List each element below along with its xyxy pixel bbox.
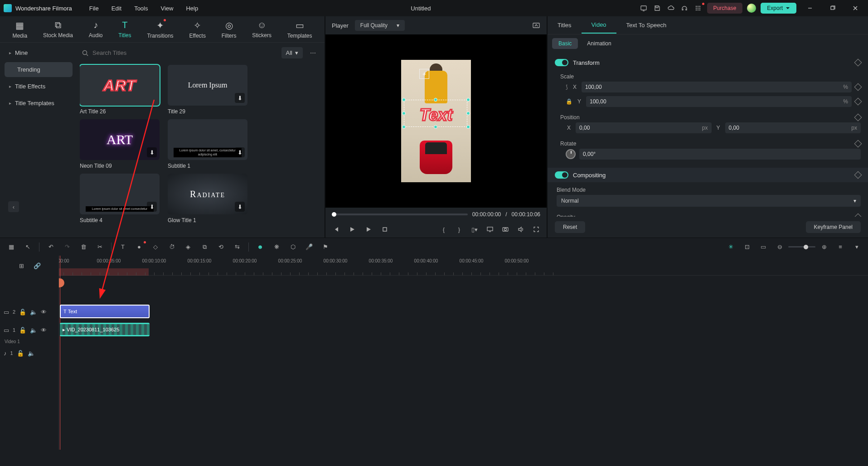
fullscreen-icon[interactable] [532,225,540,233]
menu-help[interactable]: Help [181,2,203,15]
subtab-basic[interactable]: Basic [552,38,578,49]
quality-dropdown[interactable]: Full Quality▾ [355,20,405,31]
select-tool[interactable]: ↖ [23,242,33,252]
delete-button[interactable]: 🗑 [78,242,88,252]
pos-x-input[interactable]: 0,00px [576,122,712,133]
keyframe-diamond-icon[interactable] [854,214,862,217]
props-tab-video[interactable]: Video [582,17,616,34]
maximize-button[interactable] [824,0,842,16]
text-clip[interactable]: T Text [60,305,150,318]
undo-button[interactable]: ↶ [46,242,56,252]
track-head-text[interactable]: ▭2 🔓 🔈 👁 [0,303,58,321]
cloud-icon[interactable] [666,4,675,13]
avatar[interactable] [747,4,756,13]
playback-progress[interactable] [332,214,468,215]
track-head-audio[interactable]: ♪1 🔓 🔈 [0,344,58,362]
link-tracks-icon[interactable]: 🔗 [32,261,42,271]
lock-icon[interactable]: 🔓 [19,327,26,334]
scale-y-input[interactable]: 100,00% [586,96,852,107]
track-video[interactable]: ▸ VID_20230811_103625 [59,321,868,339]
lock-icon[interactable]: 🔒 [566,98,572,105]
pos-y-input[interactable]: 0,00px [725,122,861,133]
more-options-button[interactable]: ⋯ [307,49,318,56]
timeline-settings-icon[interactable]: ⊞ [17,261,27,271]
zoom-out-button[interactable]: ⊖ [775,242,785,252]
props-tab-titles[interactable]: Titles [548,17,582,33]
zoom-in-button[interactable]: ⊕ [819,242,829,252]
marker-tool[interactable]: ⚑ [320,242,330,252]
tab-templates[interactable]: ▭Templates [285,18,315,41]
keyframe-diamond-icon[interactable] [854,59,862,67]
audio-sync-tool[interactable]: ⇆ [232,242,242,252]
title-item-subtitle4[interactable]: Lorem ipsum dolor sit amet consectetur⬇ … [80,174,160,223]
keyframe-panel-button[interactable]: Keyframe Panel [806,221,861,233]
motion-tool[interactable]: ⟲ [216,242,226,252]
close-button[interactable] [846,0,864,16]
menu-tools[interactable]: Tools [130,2,152,15]
reset-button[interactable]: Reset [555,221,585,233]
search-input[interactable] [92,49,209,56]
track-audio[interactable] [59,339,868,357]
visible-icon[interactable]: 👁 [41,309,47,316]
display-button[interactable] [486,225,494,233]
track-settings[interactable]: ▭ [758,242,768,252]
purchase-button[interactable]: Purchase [707,3,743,14]
timeline-ruler[interactable]: 00:0000:00:05:0000:00:10:0000:00:15:0000… [59,256,868,276]
link-icon[interactable]: ⟆ [566,84,568,90]
keyframe-diamond-icon[interactable] [854,171,862,179]
rotate-input[interactable]: 0,00° [579,149,861,160]
keyframe-diamond-icon[interactable] [854,114,862,121]
cat-trending[interactable]: Trending [5,62,73,77]
menu-view[interactable]: View [156,2,178,15]
layout-icon[interactable]: ▦ [6,242,16,252]
tab-audio[interactable]: ♪Audio [86,18,106,40]
play-forward-button[interactable] [364,225,373,233]
tab-transitions[interactable]: ✦Transitions [144,18,176,41]
speed-tool[interactable]: ⏱ [167,242,177,252]
cut-button[interactable]: ✂ [95,242,105,252]
subtab-animation[interactable]: Animation [581,38,617,49]
headphones-icon[interactable] [680,4,689,13]
enhance-tool[interactable]: ❋ [272,242,281,252]
play-button[interactable] [348,225,356,233]
snapshot-icon[interactable] [532,21,540,29]
record-button[interactable]: ● [134,242,144,252]
mute-icon[interactable]: 🔈 [30,309,37,316]
video-clip[interactable]: ▸ VID_20230811_103625 [60,323,150,336]
track-text[interactable]: T Text [59,303,868,321]
tab-filters[interactable]: ◎Filters [219,18,239,41]
track-head-video[interactable]: ▭1 🔓 🔈 👁 [0,321,58,339]
track-height-button[interactable]: ≡ [835,242,845,252]
fit-button[interactable]: ⊡ [742,242,752,252]
cat-mine[interactable]: ▸Mine [5,45,73,60]
apps-icon[interactable] [693,4,703,13]
rotate-knob[interactable] [566,149,576,159]
redo-button[interactable]: ↷ [62,242,72,252]
title-item-art26[interactable]: ART Art Title 26 [80,65,160,115]
cat-title-effects[interactable]: ▸Title Effects [5,79,73,94]
text-tool[interactable]: T [118,242,128,252]
download-icon[interactable]: ⬇ [235,147,245,157]
color-tool[interactable]: ◈ [183,242,193,252]
camera-icon[interactable] [501,225,509,233]
visible-icon[interactable]: 👁 [41,327,47,334]
compositing-toggle[interactable] [555,171,568,179]
keyframe-diamond-icon[interactable] [854,83,862,91]
mark-in-button[interactable]: { [440,225,448,233]
cat-title-templates[interactable]: ▸Title Templates [5,96,73,111]
title-item-neon09[interactable]: ART⬇ Neon Title 09 [80,119,160,169]
stop-button[interactable] [381,225,389,233]
tab-stock-media[interactable]: ⧉Stock Media [40,18,76,40]
download-icon[interactable]: ⬇ [235,93,245,103]
tab-stickers[interactable]: ☺Stickers [249,18,274,40]
crop-tool[interactable]: ◇ [150,242,160,252]
ai-tool[interactable]: ☻ [255,242,265,252]
download-icon[interactable]: ⬇ [147,147,157,157]
filter-all-dropdown[interactable]: All▾ [281,47,303,58]
props-tab-tts[interactable]: Text To Speech [616,17,677,33]
search-box[interactable] [82,49,209,57]
zoom-slider[interactable] [788,246,815,248]
tab-effects[interactable]: ✧Effects [186,18,208,41]
preview-viewport[interactable]: + Text [325,34,547,208]
save-icon[interactable] [653,4,662,13]
